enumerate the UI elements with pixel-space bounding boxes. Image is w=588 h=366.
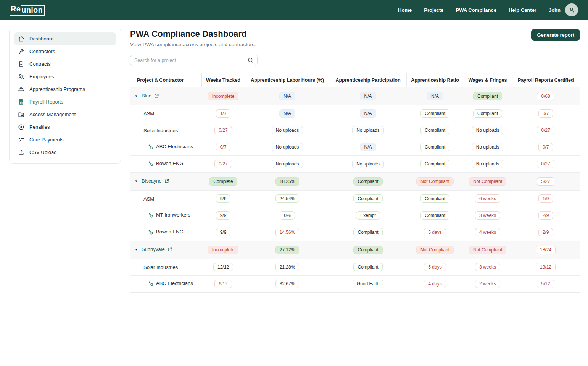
status-badge: No uploads	[272, 126, 303, 134]
status-badge: N/A	[427, 92, 443, 100]
collapse-caret-icon[interactable]: ▼	[135, 248, 138, 251]
row-name: Solar Industries	[143, 128, 178, 133]
row-name: ASM	[143, 196, 154, 202]
top-nav-links: Home Projects PWA Compliance Help Center	[398, 7, 536, 13]
subcontractor-icon	[148, 144, 153, 151]
status-badge: No uploads	[472, 143, 504, 151]
status-badge: Exempt	[356, 211, 380, 220]
generate-report-button[interactable]: Generate report	[531, 29, 580, 41]
table-row: ▼Sunnyvale Incomplete27.12%Compliant Not…	[130, 241, 580, 259]
status-badge: Compliant	[353, 194, 382, 203]
status-badge: Compliant	[420, 194, 449, 203]
sidebar-item-contracts[interactable]: Contracts	[14, 58, 116, 70]
logo-text: union	[21, 5, 45, 16]
folder-key-icon	[18, 111, 24, 118]
status-badge: Compliant	[420, 109, 449, 118]
status-badge: N/A	[360, 143, 376, 151]
row-name: ASM	[143, 111, 154, 117]
page-subtitle: View PWA compliance across projects and …	[130, 42, 256, 47]
nav-item-pwa-compliance[interactable]: PWA Compliance	[456, 7, 496, 13]
status-badge: 14.56%	[275, 228, 300, 236]
sidebar-item-csv-upload[interactable]: CSV Upload	[14, 146, 116, 159]
status-badge: 24.54%	[275, 194, 300, 203]
status-badge: 9/9	[216, 228, 231, 236]
collapse-caret-icon[interactable]: ▼	[135, 180, 138, 183]
sidebar-item-contractors[interactable]: Contractors	[14, 45, 116, 58]
user-menu[interactable]: John	[549, 3, 578, 16]
status-badge: 1/9	[538, 194, 553, 203]
checklist-icon	[18, 136, 24, 143]
sidebar-item-payroll-reports[interactable]: Payroll Reports	[14, 96, 116, 108]
sidebar-item-employees[interactable]: Employees	[14, 70, 116, 83]
status-badge: N/A	[360, 92, 376, 100]
sidebar-item-dashboard[interactable]: Dashboard	[14, 32, 116, 45]
search-input[interactable]	[130, 55, 258, 66]
subcontractor-icon	[148, 281, 153, 287]
status-badge: 0/27	[214, 160, 232, 168]
status-badge: No uploads	[472, 126, 504, 134]
hammer-icon	[18, 48, 24, 55]
nav-item-projects[interactable]: Projects	[424, 7, 443, 13]
col-header-wages-fringes: Wages & Fringes	[464, 73, 512, 87]
status-badge: Complete	[209, 177, 237, 186]
status-badge: 13/12	[536, 263, 556, 271]
col-header-payroll-certified: Payroll Reports Certified	[512, 73, 580, 87]
search-icon[interactable]	[247, 57, 254, 64]
nav-item-home[interactable]: Home	[398, 7, 412, 13]
col-header-weeks-tracked: Weeks Tracked	[201, 73, 245, 87]
status-badge: 27.12%	[275, 246, 300, 254]
sidebar-item-label: Employees	[29, 74, 54, 79]
external-link-icon[interactable]	[164, 178, 169, 185]
sidebar-item-penalties[interactable]: Penalties	[14, 121, 116, 133]
col-header-project-contractor: Project & Contractor	[130, 73, 201, 87]
row-name: Sunnyvale	[142, 246, 165, 252]
col-header-ratio: Apprenticeship Ratio	[406, 73, 464, 87]
status-badge: Compliant	[420, 211, 449, 220]
hardhat-icon	[18, 86, 24, 92]
status-badge: N/A	[279, 109, 295, 118]
table-row: ▼Biscayne Complete18.25%Compliant Not Co…	[130, 172, 580, 190]
status-badge: No uploads	[352, 160, 384, 168]
page-title: PWA Compliance Dashboard	[130, 29, 256, 39]
status-badge: N/A	[360, 109, 376, 118]
compliance-table: Project & Contractor Weeks Tracked Appre…	[130, 73, 580, 293]
logo-text: Re	[10, 5, 21, 16]
table-row: ABC Electricians 0/7No uploadsN/A Compli…	[130, 139, 580, 155]
avatar[interactable]	[565, 3, 578, 16]
sidebar-item-label: Contracts	[29, 61, 51, 67]
upload-icon	[18, 149, 24, 155]
row-name: MT Ironworkers	[156, 212, 190, 218]
status-badge: 5/27	[537, 177, 554, 186]
sidebar-item-label: Contractors	[29, 49, 55, 54]
collapse-caret-icon[interactable]: ▼	[135, 94, 138, 98]
status-badge: 6 weeks	[475, 194, 500, 203]
users-icon	[18, 73, 24, 80]
status-badge: 1/7	[216, 109, 231, 118]
sidebar-item-cure-payments[interactable]: Cure Payments	[14, 133, 116, 146]
status-badge: Compliant	[353, 228, 382, 236]
status-badge: Not Compliant	[469, 246, 506, 254]
status-badge: Compliant	[420, 160, 449, 168]
status-badge: Good Faith	[353, 280, 383, 288]
table-row: ABC Electricians 6/1232.67%Good Faith 4 …	[130, 275, 580, 292]
payroll-report-icon	[18, 99, 24, 105]
table-row: ASM 1/7N/AN/A CompliantCompliant0/7	[130, 105, 580, 122]
status-badge: 18/24	[536, 246, 556, 254]
row-name: ABC Electricians	[156, 280, 193, 286]
external-link-icon[interactable]	[154, 93, 159, 99]
status-badge: Incomplete	[208, 92, 239, 100]
status-badge: 2/9	[538, 228, 553, 236]
external-link-icon[interactable]	[168, 247, 172, 253]
nav-item-help-center[interactable]: Help Center	[509, 7, 536, 13]
table-header-row: Project & Contractor Weeks Tracked Appre…	[130, 73, 580, 87]
row-name: Bowen ENG	[156, 229, 184, 235]
status-badge: 0/27	[214, 126, 232, 134]
status-badge: 0/27	[537, 126, 554, 134]
x-circle-icon	[18, 124, 24, 130]
sidebar-item-apprenticeship-programs[interactable]: Apprenticeship Programs	[14, 83, 116, 96]
sidebar-item-access-management[interactable]: Access Management	[14, 108, 116, 121]
sidebar-item-label: CSV Upload	[29, 149, 57, 155]
status-badge: 0%	[280, 211, 295, 220]
reunion-logo[interactable]: Reunion	[10, 5, 45, 16]
row-name: Solar Industries	[143, 264, 178, 270]
